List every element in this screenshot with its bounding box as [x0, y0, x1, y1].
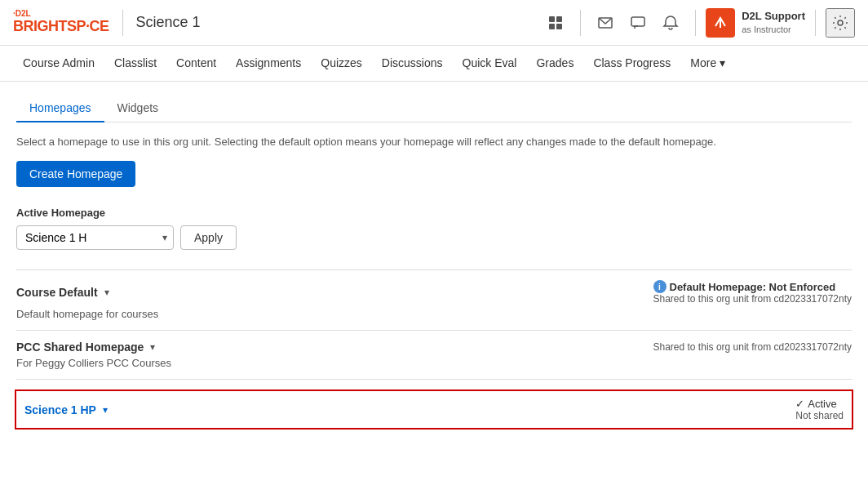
status-circle-icon: i — [653, 280, 666, 293]
more-label: More — [690, 56, 716, 69]
science1hp-right: ✓ Active Not shared — [795, 398, 844, 421]
course-title: Science 1 — [136, 14, 542, 31]
active-homepage-label: Active Homepage — [16, 207, 852, 219]
logo[interactable]: ·D2L BRIGHTSP·CE — [13, 10, 109, 35]
course-default-status-label: Default Homepage: Not Enforced — [670, 281, 836, 293]
nav-item-class-progress[interactable]: Class Progress — [583, 46, 680, 82]
nav-item-quizzes[interactable]: Quizzes — [311, 46, 372, 82]
header-divider-1 — [122, 10, 123, 36]
more-chevron-icon: ▾ — [720, 56, 725, 69]
homepage-item-course-default-right: i Default Homepage: Not Enforced Shared … — [653, 280, 852, 305]
tabs: Homepages Widgets — [16, 95, 852, 122]
science1hp-highlighted-row: Science 1 HP ▾ ✓ Active Not shared — [15, 389, 853, 430]
homepage-item-pcc-name[interactable]: PCC Shared Homepage — [16, 341, 144, 354]
science1hp-chevron-icon[interactable]: ▾ — [103, 404, 108, 416]
nav-item-assignments[interactable]: Assignments — [226, 46, 311, 82]
homepage-item-course-default-header: Course Default ▾ i Default Homepage: Not… — [16, 280, 852, 305]
header: ·D2L BRIGHTSP·CE Science 1 — [0, 0, 868, 46]
create-homepage-button[interactable]: Create Homepage — [16, 161, 135, 187]
science1hp-status-label: Active — [808, 398, 836, 410]
header-icons: D2L Support as Instructor — [541, 8, 855, 38]
brightspace-text: BRIGHTSP·CE — [13, 18, 109, 35]
course-default-chevron-icon[interactable]: ▾ — [104, 287, 109, 298]
user-area[interactable]: D2L Support as Instructor — [706, 8, 805, 38]
page-description: Select a homepage to use in this org uni… — [16, 136, 852, 148]
homepage-item-pcc-right: Shared to this org unit from cd202331707… — [653, 341, 852, 353]
nav-item-course-admin[interactable]: Course Admin — [13, 46, 104, 82]
science1hp-title-row: Science 1 HP ▾ — [24, 403, 108, 416]
checkmark-icon: ✓ — [795, 398, 804, 410]
homepage-item-pcc-header: PCC Shared Homepage ▾ Shared to this org… — [16, 341, 852, 354]
bell-icon[interactable] — [656, 8, 685, 38]
icon-divider-3 — [815, 10, 816, 36]
svg-rect-2 — [549, 24, 555, 29]
homepage-select[interactable]: Science 1 H Course Default PCC Shared Ho… — [16, 225, 174, 250]
course-default-description: Default homepage for courses — [16, 308, 852, 320]
user-avatar — [706, 8, 735, 38]
homepage-item-science1hp-name[interactable]: Science 1 HP — [24, 403, 96, 416]
active-homepage-section: Active Homepage Science 1 H Course Defau… — [16, 207, 852, 250]
homepage-item-pcc-shared: PCC Shared Homepage ▾ Shared to this org… — [16, 330, 852, 379]
nav-item-discussions[interactable]: Discussions — [372, 46, 453, 82]
homepage-item-course-default-name[interactable]: Course Default — [16, 286, 98, 299]
grid-icon[interactable] — [541, 8, 570, 38]
nav-item-quick-eval[interactable]: Quick Eval — [453, 46, 527, 82]
course-default-status-badge: i Default Homepage: Not Enforced — [653, 280, 852, 293]
user-name: D2L Support — [742, 10, 805, 24]
nav-item-classlist[interactable]: Classlist — [104, 46, 166, 82]
science1hp-not-shared: Not shared — [795, 410, 844, 421]
icon-divider-2 — [695, 10, 696, 36]
gear-icon[interactable] — [826, 8, 855, 38]
pcc-chevron-icon[interactable]: ▾ — [150, 341, 155, 353]
nav-item-content[interactable]: Content — [166, 46, 226, 82]
svg-point-7 — [838, 20, 843, 25]
homepage-item-course-default-title-row: Course Default ▾ — [16, 286, 109, 299]
main-nav: Course Admin Classlist Content Assignmen… — [0, 46, 868, 82]
svg-rect-0 — [549, 16, 555, 22]
homepage-item-science1hp: Science 1 HP ▾ ✓ Active Not shared — [16, 379, 852, 439]
homepage-item-pcc-title-row: PCC Shared Homepage ▾ — [16, 341, 155, 354]
homepage-item-course-default: Course Default ▾ i Default Homepage: Not… — [16, 269, 852, 330]
nav-item-more[interactable]: More ▾ — [680, 46, 735, 82]
svg-rect-5 — [631, 17, 644, 26]
pcc-description: For Peggy Colliers PCC Courses — [16, 357, 852, 369]
course-default-shared-text: Shared to this org unit from cd202331707… — [653, 293, 852, 305]
mail-icon[interactable] — [591, 8, 620, 38]
homepage-select-wrapper[interactable]: Science 1 H Course Default PCC Shared Ho… — [16, 225, 174, 250]
nav-item-grades[interactable]: Grades — [526, 46, 583, 82]
main-content: Homepages Widgets Select a homepage to u… — [0, 82, 868, 452]
apply-button[interactable]: Apply — [180, 225, 237, 250]
chat-icon[interactable] — [623, 8, 653, 38]
tab-homepages[interactable]: Homepages — [16, 95, 104, 122]
svg-rect-3 — [556, 24, 562, 29]
user-info: D2L Support as Instructor — [742, 10, 805, 35]
active-homepage-row: Science 1 H Course Default PCC Shared Ho… — [16, 225, 852, 250]
pcc-shared-text: Shared to this org unit from cd202331707… — [653, 341, 852, 353]
d2l-text: ·D2L — [13, 10, 109, 18]
icon-divider-1 — [580, 10, 581, 36]
tab-widgets[interactable]: Widgets — [104, 95, 172, 122]
user-role: as Instructor — [742, 24, 805, 35]
svg-rect-1 — [556, 16, 562, 22]
science1hp-active-status: ✓ Active — [795, 398, 844, 410]
